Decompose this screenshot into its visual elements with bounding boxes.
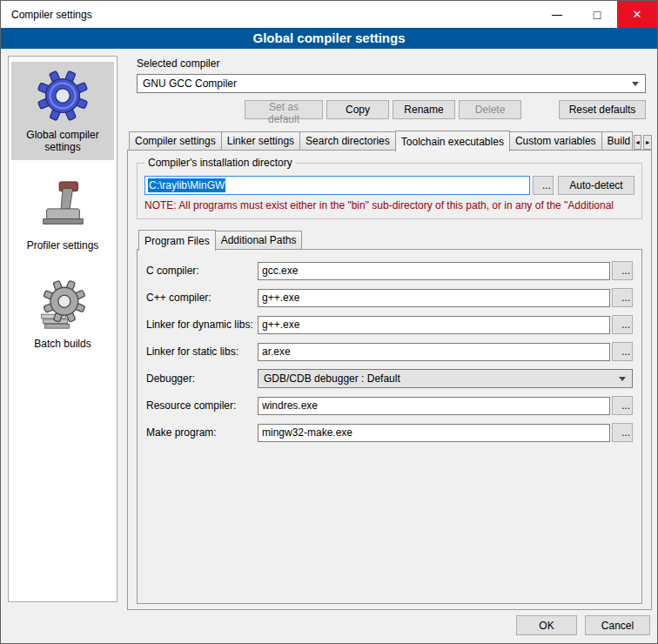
browse-cpp-compiler-button[interactable]: ... [612, 288, 633, 307]
sidebar-item-label: Global compiler settings [13, 129, 112, 153]
tab-search-directories[interactable]: Search directories [299, 131, 396, 151]
browse-resource-compiler-button[interactable]: ... [612, 396, 633, 415]
installation-directory-label: Compiler's installation directory [144, 157, 296, 169]
tab-custom-variables[interactable]: Custom variables [509, 131, 602, 151]
compiler-button-row: Set as default Copy Rename Delete Reset … [127, 100, 652, 119]
note-text: NOTE: All programs must exist either in … [144, 199, 634, 211]
browse-c-compiler-button[interactable]: ... [612, 261, 633, 280]
ok-button[interactable]: OK [516, 615, 577, 635]
copy-button[interactable]: Copy [326, 100, 389, 119]
dialog-header: Global compiler settings [1, 28, 657, 49]
close-button[interactable]: ✕ [617, 1, 657, 28]
rename-button[interactable]: Rename [393, 100, 455, 119]
resource-compiler-input[interactable] [258, 397, 610, 415]
installation-directory-groupbox: Compiler's installation directory C:\ray… [137, 163, 642, 219]
selected-compiler-label: Selected compiler [137, 57, 646, 70]
maximize-icon: □ [594, 8, 601, 22]
sidebar-item-label: Profiler settings [13, 239, 112, 252]
field-label: Resource compiler: [146, 399, 258, 412]
field-label: Linker for static libs: [146, 345, 258, 358]
sidebar-item-global-compiler-settings[interactable]: Global compiler settings [11, 62, 114, 160]
sidebar-item-label: Batch builds [13, 338, 112, 350]
install-dir-selected-text: C:\raylib\MinGW [148, 178, 225, 192]
cancel-button[interactable]: Cancel [585, 615, 650, 635]
reset-defaults-button[interactable]: Reset defaults [559, 100, 646, 119]
sidebar-item-profiler-settings[interactable]: Profiler settings [11, 172, 114, 258]
chevron-down-icon [619, 377, 626, 381]
field-label: C compiler: [146, 265, 258, 277]
blue-gear-icon [13, 67, 112, 124]
install-dir-input[interactable]: C:\raylib\MinGW [144, 176, 530, 195]
browse-install-dir-button[interactable]: ... [533, 176, 554, 195]
chevron-down-icon [632, 82, 639, 86]
titlebar: Compiler settings — □ ✕ [1, 1, 657, 28]
form-row-static-linker: Linker for static libs: ... [146, 342, 633, 361]
dynamic-linker-input[interactable] [258, 316, 610, 334]
selected-compiler-section: Selected compiler GNU GCC Compiler [127, 56, 652, 93]
form-row-cpp-compiler: C++ compiler: ... [146, 288, 633, 307]
window-title: Compiler settings [1, 9, 92, 21]
sidebar-item-batch-builds[interactable]: Batch builds [11, 271, 114, 357]
auto-detect-button[interactable]: Auto-detect [558, 176, 634, 195]
tab-scroll-left-button[interactable]: ◄ [634, 135, 642, 150]
tab-toolchain-executables[interactable]: Toolchain executables [395, 131, 510, 151]
tab-bar: Compiler settings Linker settings Search… [127, 131, 652, 151]
window-controls: — □ ✕ [537, 1, 657, 28]
field-label: Make program: [146, 426, 258, 439]
c-compiler-input[interactable] [258, 262, 610, 280]
browse-make-program-button[interactable]: ... [612, 423, 633, 442]
field-label: Linker for dynamic libs: [146, 319, 258, 331]
compiler-select[interactable]: GNU GCC Compiler [137, 74, 646, 93]
debugger-select[interactable]: GDB/CDB debugger : Default [258, 369, 633, 388]
cpp-compiler-input[interactable] [258, 289, 610, 307]
form-row-resource-compiler: Resource compiler: ... [146, 396, 633, 415]
dialog-footer: OK Cancel [516, 615, 650, 635]
tab-build-options[interactable]: Build options [601, 131, 633, 151]
sidebar: Global compiler settings Profiler settin… [8, 56, 118, 602]
program-files-section: Program Files Additional Paths C compile… [137, 230, 642, 604]
gray-gear-icon [13, 276, 112, 333]
browse-dynamic-linker-button[interactable]: ... [612, 315, 633, 334]
debugger-select-value: GDB/CDB debugger : Default [264, 372, 400, 385]
form-row-dynamic-linker: Linker for dynamic libs: ... [146, 315, 633, 334]
subtab-bar: Program Files Additional Paths [137, 230, 642, 250]
form-row-c-compiler: C compiler: ... [146, 261, 633, 280]
tab-linker-settings[interactable]: Linker settings [221, 131, 300, 151]
compiler-settings-window: Compiler settings — □ ✕ Global compiler … [0, 0, 658, 644]
subtab-additional-paths[interactable]: Additional Paths [215, 231, 303, 250]
field-label: Debugger: [146, 372, 258, 385]
tab-scroll-right-button[interactable]: ► [643, 135, 652, 150]
static-linker-input[interactable] [258, 343, 610, 361]
make-program-input[interactable] [258, 424, 610, 442]
delete-button[interactable]: Delete [459, 100, 521, 119]
compiler-select-value: GNU GCC Compiler [143, 77, 237, 90]
main-content: Selected compiler GNU GCC Compiler Set a… [127, 56, 652, 610]
browse-static-linker-button[interactable]: ... [612, 342, 633, 361]
close-icon: ✕ [633, 8, 642, 21]
minimize-button[interactable]: — [537, 1, 577, 28]
minimize-icon: — [552, 9, 562, 21]
field-label: C++ compiler: [146, 292, 258, 304]
maximize-button[interactable]: □ [577, 1, 617, 28]
installation-directory-row: C:\raylib\MinGW ... Auto-detect [144, 176, 634, 195]
form-row-make-program: Make program: ... [146, 423, 633, 442]
set-as-default-button[interactable]: Set as default [245, 100, 323, 119]
subtab-program-files[interactable]: Program Files [138, 230, 216, 251]
tab-compiler-settings[interactable]: Compiler settings [129, 131, 222, 151]
program-files-panel: C compiler: ... C++ compiler: ... Linker… [137, 249, 642, 604]
form-row-debugger: Debugger: GDB/CDB debugger : Default [146, 369, 633, 388]
toolchain-executables-panel: Compiler's installation directory C:\ray… [127, 150, 652, 610]
profiler-tool-icon [13, 178, 112, 235]
